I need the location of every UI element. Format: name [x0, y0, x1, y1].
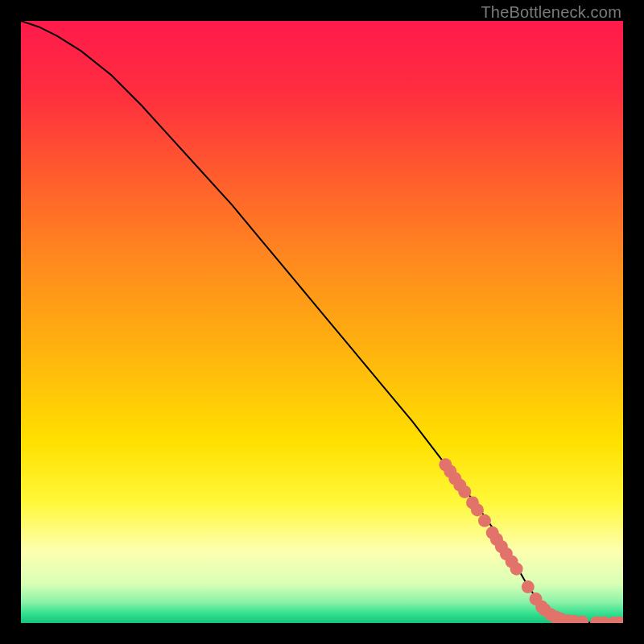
watermark-label: TheBottleneck.com [481, 3, 621, 22]
chart-marker [471, 503, 484, 516]
chart-background [21, 21, 623, 623]
chart-marker [522, 580, 535, 593]
chart-frame [21, 21, 623, 623]
chart-svg [21, 21, 623, 623]
chart-marker [478, 514, 491, 527]
chart-marker [458, 485, 471, 498]
chart-marker [510, 563, 523, 576]
